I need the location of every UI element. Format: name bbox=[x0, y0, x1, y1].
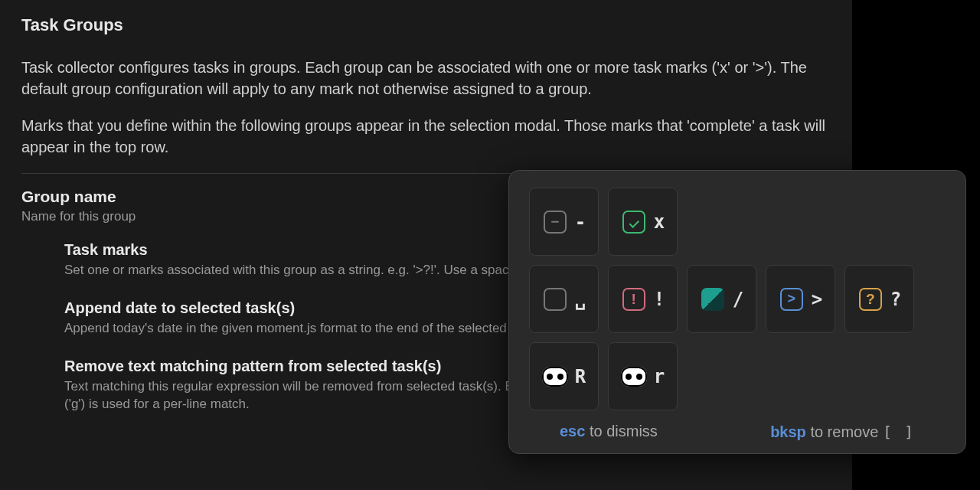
mark-button-exclaim[interactable]: !! bbox=[608, 265, 678, 333]
mark-selection-modal: -x ␣!!/>>?? Rr esc to dismiss bksp to re… bbox=[508, 170, 966, 454]
mark-char: R bbox=[575, 366, 586, 387]
mark-button-gt[interactable]: >> bbox=[766, 265, 835, 333]
section-title: Task Groups bbox=[21, 15, 831, 35]
esc-key-label: esc bbox=[560, 423, 585, 439]
mark-char: / bbox=[733, 289, 743, 310]
eyes-icon bbox=[621, 364, 647, 390]
section-intro: Task collector configures tasks in group… bbox=[21, 57, 831, 158]
mark-row-1: -x bbox=[529, 188, 946, 256]
mark-row-3: Rr bbox=[529, 342, 946, 410]
modal-footer: esc to dismiss bksp to remove [ ] bbox=[529, 423, 946, 441]
intro-paragraph-1: Task collector configures tasks in group… bbox=[21, 57, 831, 100]
bksp-key-label: bksp bbox=[770, 423, 806, 440]
empty-checkbox-icon bbox=[542, 286, 568, 312]
question-checkbox-icon: ? bbox=[858, 286, 884, 312]
important-checkbox-icon: ! bbox=[621, 286, 647, 312]
checked-checkbox-icon bbox=[621, 209, 647, 235]
remove-text: to remove bbox=[806, 423, 883, 440]
dismiss-text: to dismiss bbox=[585, 423, 657, 439]
mark-button-space[interactable]: ␣ bbox=[529, 265, 599, 333]
mark-button-slash[interactable]: / bbox=[687, 265, 756, 333]
mark-char: > bbox=[812, 289, 822, 310]
mark-char: ? bbox=[890, 289, 901, 310]
eyes-icon bbox=[542, 364, 568, 390]
mark-char: ␣ bbox=[575, 289, 586, 310]
mark-button-r[interactable]: r bbox=[608, 342, 678, 410]
in-progress-checkbox-icon bbox=[700, 286, 726, 312]
mark-char: x bbox=[654, 211, 665, 233]
mark-row-2: ␣!!/>>?? bbox=[529, 265, 946, 333]
forwarded-checkbox-icon: > bbox=[779, 286, 805, 312]
brackets-icon: [ ] bbox=[883, 423, 915, 441]
mark-char: ! bbox=[654, 289, 665, 310]
mark-char: - bbox=[575, 211, 586, 233]
mark-button-minus[interactable]: - bbox=[529, 188, 599, 256]
intro-paragraph-2: Marks that you define within the followi… bbox=[21, 115, 831, 158]
mark-button-question[interactable]: ?? bbox=[844, 265, 914, 333]
mark-button-x[interactable]: x bbox=[608, 188, 678, 256]
mark-button-R[interactable]: R bbox=[529, 342, 599, 410]
remove-hint: bksp to remove [ ] bbox=[770, 423, 915, 441]
mark-grid: -x ␣!!/>>?? Rr bbox=[529, 188, 946, 410]
dismiss-hint: esc to dismiss bbox=[560, 423, 658, 441]
cancelled-checkbox-icon bbox=[542, 209, 568, 235]
mark-char: r bbox=[654, 366, 665, 387]
